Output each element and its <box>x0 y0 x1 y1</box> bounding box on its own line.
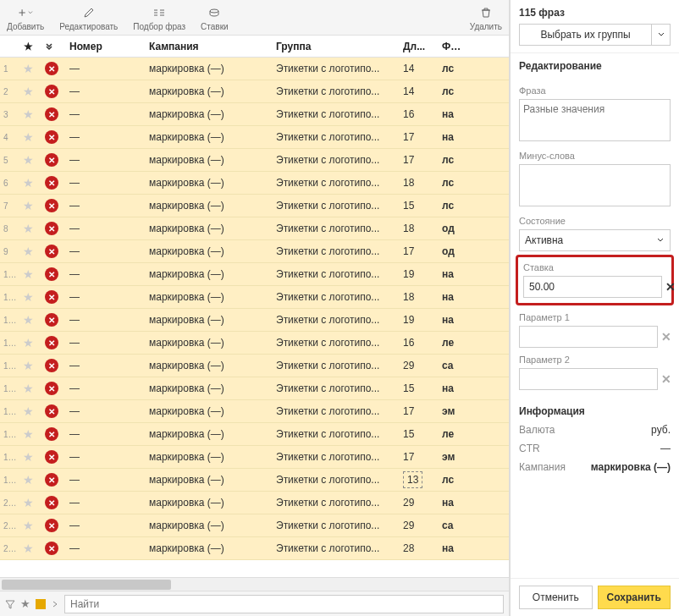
row-phrase: на <box>437 311 462 329</box>
table-row[interactable]: 2★✕—маркировка (—)Этикетки с логотипо...… <box>0 80 509 103</box>
row-star-icon[interactable]: ★ <box>17 81 39 102</box>
col-number[interactable]: Номер <box>64 37 144 56</box>
col-length[interactable]: Дл... <box>398 37 437 56</box>
row-phrase: эм <box>437 448 462 466</box>
row-campaign: маркировка (—) <box>144 356 271 375</box>
minus-words-textarea[interactable] <box>519 164 671 206</box>
table-body[interactable]: 1★✕—маркировка (—)Этикетки с логотипо...… <box>0 58 509 577</box>
table-row[interactable]: 3★✕—маркировка (—)Этикетки с логотипо...… <box>0 103 509 126</box>
phrase-select-button[interactable]: Подбор фраз <box>133 5 185 31</box>
state-select[interactable]: Активна <box>519 229 671 251</box>
filter-icon[interactable] <box>5 599 15 609</box>
row-star-icon[interactable]: ★ <box>17 515 39 536</box>
col-group[interactable]: Группа <box>271 37 398 56</box>
row-star-icon[interactable]: ★ <box>17 424 39 444</box>
row-star-icon[interactable]: ★ <box>17 173 39 193</box>
row-phrase: лс <box>437 151 462 169</box>
star-column-icon[interactable]: ★ <box>17 37 39 56</box>
row-phrase: од <box>437 219 462 238</box>
table-row[interactable]: 14★✕—маркировка (—)Этикетки с логотипо..… <box>0 355 509 377</box>
row-star-icon[interactable]: ★ <box>17 218 39 239</box>
table-row[interactable]: 8★✕—маркировка (—)Этикетки с логотипо...… <box>0 217 509 240</box>
row-star-icon[interactable]: ★ <box>17 264 39 284</box>
bid-label: Ставка <box>523 262 666 272</box>
row-number: — <box>64 219 144 238</box>
col-phrase[interactable]: Фраз... <box>437 37 462 56</box>
table-row[interactable]: 10★✕—маркировка (—)Этикетки с логотипо..… <box>0 263 509 286</box>
row-star-icon[interactable]: ★ <box>17 195 39 216</box>
table-row[interactable]: 9★✕—маркировка (—)Этикетки с логотипо...… <box>0 240 509 263</box>
search-input[interactable] <box>64 595 504 613</box>
row-number: — <box>64 173 144 192</box>
select-groups-button[interactable]: Выбрать их группы <box>519 24 652 46</box>
delete-button[interactable]: Удалить <box>470 5 502 31</box>
table-row[interactable]: 12★✕—маркировка (—)Этикетки с логотипо..… <box>0 309 509 332</box>
row-campaign: маркировка (—) <box>144 196 271 215</box>
param2-clear-icon[interactable]: ✕ <box>661 372 671 386</box>
row-group: Этикетки с логотипо... <box>271 539 398 558</box>
table-row[interactable]: 20★✕—маркировка (—)Этикетки с логотипо..… <box>0 492 509 514</box>
cancel-button[interactable]: Отменить <box>519 586 593 609</box>
row-length: 19 <box>398 311 437 329</box>
table-row[interactable]: 21★✕—маркировка (—)Этикетки с логотипо..… <box>0 514 509 537</box>
bid-input[interactable] <box>523 276 662 298</box>
row-phrase: эм <box>437 402 462 421</box>
table-row[interactable]: 16★✕—маркировка (—)Этикетки с логотипо..… <box>0 400 509 423</box>
col-campaign[interactable]: Кампания <box>144 37 271 56</box>
phrase-count: 115 фраз <box>511 0 679 24</box>
info-campaign: Кампания маркировка (—) <box>519 458 671 476</box>
row-star-icon[interactable]: ★ <box>17 104 39 124</box>
table-row[interactable]: 15★✕—маркировка (—)Этикетки с логотипо..… <box>0 377 509 400</box>
color-filter-icon[interactable] <box>36 599 46 609</box>
chevron-right-icon[interactable] <box>51 600 59 608</box>
add-button[interactable]: Добавить <box>7 5 44 31</box>
row-star-icon[interactable]: ★ <box>17 538 39 558</box>
row-star-icon[interactable]: ★ <box>17 310 39 330</box>
bid-clear-icon[interactable]: ✕ <box>665 280 676 294</box>
table-row[interactable]: 13★✕—маркировка (—)Этикетки с логотипо..… <box>0 332 509 355</box>
horizontal-scrollbar[interactable] <box>0 577 509 591</box>
param2-input[interactable] <box>519 368 658 390</box>
table-row[interactable]: 19★✕—маркировка (—)Этикетки с логотипо..… <box>0 469 509 492</box>
row-number: — <box>64 82 144 101</box>
row-campaign: маркировка (—) <box>144 425 271 443</box>
table-row[interactable]: 6★✕—маркировка (—)Этикетки с логотипо...… <box>0 172 509 195</box>
row-star-icon[interactable]: ★ <box>17 333 39 353</box>
row-star-icon[interactable]: ★ <box>17 150 39 170</box>
row-star-icon[interactable]: ★ <box>17 287 39 307</box>
bids-button[interactable]: Ставки <box>201 5 229 31</box>
param1-clear-icon[interactable]: ✕ <box>661 330 671 344</box>
row-number: — <box>64 311 144 329</box>
save-button[interactable]: Сохранить <box>598 586 671 609</box>
row-star-icon[interactable]: ★ <box>17 355 39 376</box>
row-length: 18 <box>398 219 437 238</box>
table-row[interactable]: 5★✕—маркировка (—)Этикетки с логотипо...… <box>0 149 509 172</box>
row-star-icon[interactable]: ★ <box>17 241 39 261</box>
row-length: 14 <box>398 59 437 78</box>
row-star-icon[interactable]: ★ <box>17 127 39 147</box>
phrase-textarea[interactable] <box>519 99 671 141</box>
row-star-icon[interactable]: ★ <box>17 401 39 421</box>
row-status-icon: ✕ <box>39 58 64 79</box>
row-status-icon: ✕ <box>39 218 64 239</box>
table-row[interactable]: 7★✕—маркировка (—)Этикетки с логотипо...… <box>0 195 509 217</box>
table-row[interactable]: 22★✕—маркировка (—)Этикетки с логотипо..… <box>0 537 509 560</box>
row-star-icon[interactable]: ★ <box>17 470 39 490</box>
select-groups-dropdown[interactable] <box>652 24 671 46</box>
table-row[interactable]: 17★✕—маркировка (—)Этикетки с логотипо..… <box>0 423 509 446</box>
star-filter-icon[interactable]: ★ <box>20 597 30 610</box>
row-group: Этикетки с логотипо... <box>271 105 398 124</box>
row-star-icon[interactable]: ★ <box>17 58 39 79</box>
table-row[interactable]: 4★✕—маркировка (—)Этикетки с логотипо...… <box>0 126 509 149</box>
table-row[interactable]: 11★✕—маркировка (—)Этикетки с логотипо..… <box>0 286 509 309</box>
edit-button[interactable]: Редактировать <box>59 5 118 31</box>
param1-input[interactable] <box>519 326 658 348</box>
row-star-icon[interactable]: ★ <box>17 447 39 467</box>
table-row[interactable]: 18★✕—маркировка (—)Этикетки с логотипо..… <box>0 446 509 469</box>
table-row[interactable]: 1★✕—маркировка (—)Этикетки с логотипо...… <box>0 58 509 80</box>
row-star-icon[interactable]: ★ <box>17 492 39 513</box>
row-index: 17 <box>0 426 17 443</box>
row-length: 16 <box>398 105 437 124</box>
row-star-icon[interactable]: ★ <box>17 378 39 399</box>
status-column-icon[interactable] <box>39 38 64 55</box>
